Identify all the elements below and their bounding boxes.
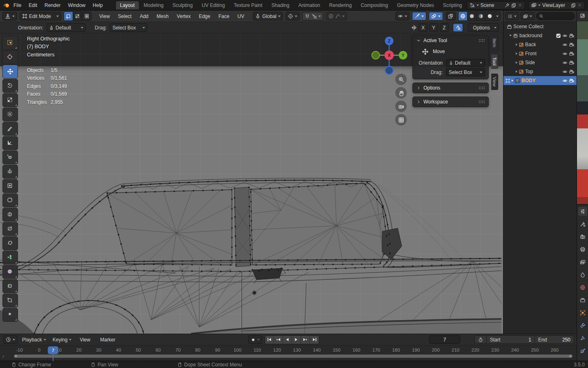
prev-keyframe-button[interactable] <box>274 336 283 344</box>
viewlayer-name[interactable]: ViewLayer <box>542 2 569 8</box>
tool-cursor[interactable] <box>2 50 18 64</box>
edge-select-button[interactable] <box>73 12 82 20</box>
outliner-row-back[interactable]: Back <box>503 40 577 49</box>
outliner-row-body[interactable]: BODY <box>503 76 577 85</box>
tool-move[interactable] <box>2 65 18 79</box>
scene-name[interactable]: Scene <box>481 2 503 8</box>
tab-geometry-nodes[interactable]: Geometry Nodes <box>393 1 438 9</box>
hide-eye-icon[interactable] <box>562 69 568 74</box>
zoom-button[interactable] <box>395 74 407 85</box>
outliner-row-backround[interactable]: backround <box>503 31 577 40</box>
menu-vertex[interactable]: Vertex <box>173 13 194 19</box>
tab-modifier-properties[interactable] <box>578 321 587 330</box>
mode-dropdown[interactable]: Edit Mode <box>20 12 61 20</box>
tab-layout[interactable]: Layout <box>116 1 139 9</box>
sidebar-tab-view[interactable]: View <box>491 74 498 90</box>
outliner-row-scene-collection[interactable]: Scene Collect <box>503 22 577 31</box>
menu-mesh[interactable]: Mesh <box>153 13 172 19</box>
vertex-select-button[interactable] <box>64 12 73 20</box>
tool-knife[interactable] <box>2 222 18 236</box>
outliner-row-front[interactable]: Front <box>503 49 577 58</box>
properties-editor-type-button[interactable] <box>578 207 587 216</box>
tool-measure[interactable] <box>2 136 18 150</box>
jump-to-end-button[interactable] <box>310 336 319 344</box>
region-toggle-chevron-icon[interactable] <box>1 355 5 359</box>
menu-window[interactable]: Window <box>64 2 89 8</box>
proportional-edit-group[interactable] <box>326 12 347 20</box>
sidebar-tab-item[interactable]: Item <box>491 35 498 50</box>
tab-compositing[interactable]: Compositing <box>356 1 392 9</box>
timeline-marker-menu[interactable]: Marker <box>96 337 119 343</box>
panel-grip[interactable] <box>479 39 485 42</box>
close-icon[interactable] <box>577 3 582 7</box>
hide-eye-icon[interactable] <box>562 51 568 56</box>
shading-dropdown[interactable] <box>494 12 500 20</box>
auto-keying-button[interactable] <box>248 335 262 344</box>
menu-file[interactable]: File <box>10 2 25 8</box>
snap-base-button[interactable] <box>453 23 463 32</box>
tool-inset-faces[interactable] <box>2 179 18 193</box>
panel-grip[interactable] <box>479 86 485 90</box>
tool-rip-region[interactable] <box>2 308 18 322</box>
outliner-row-top[interactable]: Top <box>503 67 577 76</box>
tab-texture-paint[interactable]: Texture Paint <box>230 1 267 9</box>
hide-eye-icon[interactable] <box>562 33 568 38</box>
new-scene-icon[interactable] <box>511 3 516 8</box>
tool-edge-slide[interactable] <box>2 279 18 293</box>
play-button[interactable] <box>292 336 301 344</box>
viewport-3d[interactable]: Right Orthographic (7) BODY Centimeters … <box>0 34 503 334</box>
tab-physics-properties[interactable] <box>578 346 587 355</box>
next-keyframe-button[interactable] <box>301 336 310 344</box>
use-preview-range-button[interactable] <box>474 335 487 344</box>
active-tool-header[interactable]: Active Tool <box>413 36 488 45</box>
disable-render-icon[interactable] <box>569 51 574 56</box>
perspective-toggle-button[interactable] <box>395 114 407 126</box>
tab-modeling[interactable]: Modeling <box>140 1 168 9</box>
tool-loop-cut[interactable] <box>2 208 18 222</box>
tool-spin[interactable] <box>2 251 18 265</box>
play-reverse-button[interactable] <box>283 336 292 344</box>
tab-rendering[interactable]: Rendering <box>325 1 356 9</box>
disable-render-icon[interactable] <box>569 69 574 74</box>
panel-orientation-dropdown[interactable]: Default <box>446 59 485 67</box>
tool-extrude-region[interactable] <box>2 165 18 179</box>
tool-add-cube[interactable] <box>2 150 18 164</box>
menu-uv[interactable]: UV <box>234 13 248 19</box>
pan-button[interactable] <box>395 87 407 99</box>
playhead[interactable]: 7 <box>48 346 58 354</box>
new-viewlayer-icon[interactable] <box>571 3 576 8</box>
tab-uv-editing[interactable]: UV Editing <box>198 1 229 9</box>
options-panel[interactable]: Options <box>412 83 489 93</box>
ts-orientation-dropdown[interactable]: Default <box>47 23 86 32</box>
menu-help[interactable]: Help <box>89 2 107 8</box>
mirror-z-button[interactable]: Z <box>440 23 449 32</box>
hide-eye-icon[interactable] <box>562 42 568 47</box>
disable-render-icon[interactable] <box>569 78 574 83</box>
menu-edge[interactable]: Edge <box>195 13 214 19</box>
playback-menu[interactable]: Playback <box>20 335 48 344</box>
object-visibility-dropdown[interactable] <box>395 12 410 20</box>
camera-view-button[interactable] <box>395 101 407 112</box>
tool-scale[interactable] <box>2 93 18 107</box>
outliner-editor-type-button[interactable] <box>505 12 519 20</box>
tab-output-properties[interactable] <box>578 245 587 254</box>
tool-annotate[interactable] <box>2 122 18 136</box>
menu-edit[interactable]: Edit <box>25 2 41 8</box>
solid-shading-button[interactable] <box>468 12 477 20</box>
current-frame-field[interactable]: 7 <box>429 335 460 344</box>
sidebar-tab-tool[interactable]: Tool <box>491 54 498 69</box>
snap-group[interactable] <box>302 12 323 20</box>
tab-object-properties[interactable] <box>578 308 587 317</box>
rendered-shading-button[interactable] <box>486 12 494 20</box>
tool-shrink-fatten[interactable] <box>2 294 18 307</box>
tab-scene-properties[interactable] <box>578 270 587 279</box>
menu-select[interactable]: Select <box>114 13 135 19</box>
hide-eye-icon[interactable] <box>562 78 568 83</box>
image-editor-header[interactable] <box>577 11 588 21</box>
outliner-display-mode-dropdown[interactable] <box>521 12 535 20</box>
pivot-point-dropdown[interactable] <box>285 12 300 20</box>
tab-scripting[interactable]: Scripting <box>439 1 466 9</box>
timeline-view-menu[interactable]: View <box>76 337 94 343</box>
jump-to-start-button[interactable] <box>265 336 274 344</box>
disable-render-icon[interactable] <box>569 33 574 38</box>
